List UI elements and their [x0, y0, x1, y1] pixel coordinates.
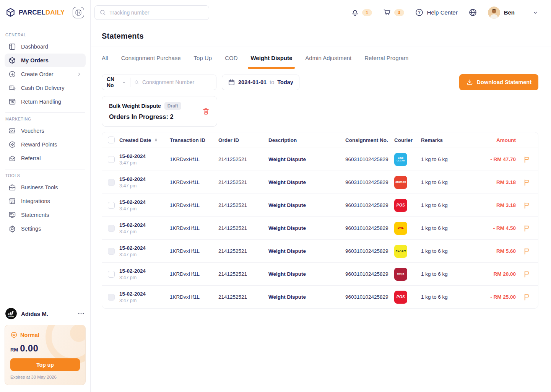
sidebar-item-create-order[interactable]: Create Order	[5, 67, 86, 81]
header-created-date[interactable]: Created Date	[119, 137, 170, 143]
sidebar-item-settings[interactable]: Settings	[5, 222, 86, 236]
brand-name: PARCELDAILY	[19, 9, 65, 16]
nav-section-tools: TOOLS	[5, 173, 85, 178]
sidebar-collapse-button[interactable]	[73, 7, 84, 18]
sidebar-item-return-handling[interactable]: Return Handling	[5, 95, 86, 109]
flag-icon[interactable]	[523, 202, 531, 209]
tracking-search-input[interactable]	[109, 10, 204, 16]
trash-icon[interactable]	[202, 107, 210, 115]
page-header: Statements	[91, 25, 551, 47]
tab-consignment-purchase[interactable]: Consignment Purchase	[115, 47, 187, 69]
tab-admin-adjustment[interactable]: Admin Adjustment	[299, 47, 358, 69]
flag-icon[interactable]	[523, 270, 531, 278]
brand-logo[interactable]: PARCELDAILY	[5, 7, 65, 18]
statement-tabs: All Consignment Purchase Top Up COD Weig…	[91, 47, 551, 69]
adidas-logo-icon: adidas	[5, 308, 17, 319]
select-all-checkbox[interactable]	[108, 137, 115, 143]
header-courier: Courier	[394, 137, 421, 143]
row-checkbox[interactable]	[108, 225, 115, 232]
cn-type-dropdown[interactable]: CN No	[107, 76, 126, 88]
date-range-picker[interactable]: 2024-01-01 to Today	[222, 75, 299, 90]
wallet-expiry: Expires at 30 May 2026	[10, 375, 80, 379]
sidebar-item-business-tools[interactable]: Business Tools	[5, 181, 86, 194]
sidebar-item-integrations[interactable]: Integrations	[5, 194, 86, 208]
search-icon	[134, 79, 139, 85]
order-id-cell: 2141252521	[218, 202, 268, 208]
remarks-cell: 1 kg to 6 kg	[421, 271, 470, 277]
chevron-down-icon	[122, 80, 126, 85]
wallet-card: Normal RM0.00 Top up Expires at 30 May 2…	[5, 325, 86, 385]
sidebar-item-reward-points[interactable]: Reward Points	[5, 138, 86, 151]
remarks-cell: 1 kg to 6 kg	[421, 202, 470, 208]
row-checkbox[interactable]	[108, 202, 115, 209]
merchant-avatar[interactable]: adidas	[5, 308, 17, 319]
header-amount: Amount	[470, 137, 516, 143]
tab-weight-dispute[interactable]: Weight Dispute	[244, 47, 299, 69]
bulk-weight-dispute-card[interactable]: Bulk Weight Dispute Draft Orders In Prog…	[102, 96, 217, 127]
language-button[interactable]	[468, 8, 477, 17]
sidebar-item-cash-on-delivery[interactable]: Cash On Delivery	[5, 81, 86, 95]
tracking-search[interactable]	[94, 5, 209, 20]
collapse-sidebar-icon	[75, 9, 82, 16]
tab-top-up[interactable]: Top Up	[187, 47, 219, 69]
description-cell: Weight Dispute	[268, 271, 306, 277]
notifications-button[interactable]: 1	[351, 8, 372, 17]
tab-all[interactable]: All	[95, 47, 115, 69]
merchant-name: Adidas M.	[21, 311, 73, 317]
user-photo	[488, 7, 500, 19]
header-order-id: Order ID	[218, 137, 268, 143]
row-checkbox[interactable]	[108, 294, 115, 301]
consignment-search-group: CN No	[102, 75, 216, 90]
consignment-number-input[interactable]	[142, 79, 211, 85]
cart-button[interactable]: 3	[383, 8, 404, 17]
reward-star-icon	[8, 141, 16, 148]
help-icon	[415, 8, 424, 17]
created-date-cell: 15-02-2024 3:47 pm	[119, 176, 146, 189]
more-options-icon[interactable]	[77, 310, 85, 317]
courier-logo: LINE CLEAR	[394, 153, 407, 166]
flag-icon[interactable]	[523, 179, 531, 186]
order-id-cell: 2141252521	[218, 271, 268, 277]
transaction-id-cell: 1KRDvxHf1L	[170, 202, 218, 208]
transaction-id-cell: 1KRDvxHf1L	[170, 271, 218, 277]
download-icon	[466, 79, 473, 86]
sidebar-item-referral[interactable]: Referral	[5, 151, 86, 165]
table-row: 15-02-2024 3:47 pm 1KRDvxHf1L 2141252521…	[102, 171, 538, 194]
row-checkbox[interactable]	[108, 156, 115, 163]
table-row: 15-02-2024 3:47 pm 1KRDvxHf1L 2141252521…	[102, 239, 538, 262]
order-id-cell: 2141252521	[218, 179, 268, 185]
courier-logo: DHL	[394, 222, 407, 235]
table-row: 15-02-2024 3:47 pm 1KRDvxHf1L 2141252521…	[102, 216, 538, 239]
box-icon	[8, 57, 16, 64]
top-up-button[interactable]: Top up	[10, 358, 80, 371]
description-cell: Weight Dispute	[268, 225, 306, 231]
sort-icon[interactable]	[153, 137, 159, 143]
user-menu[interactable]: Ben	[488, 7, 538, 19]
created-date-cell: 15-02-2024 3:47 pm	[119, 222, 146, 234]
help-center-button[interactable]: Help Center	[415, 8, 458, 17]
flag-icon[interactable]	[523, 156, 531, 163]
divider	[5, 169, 85, 169]
flag-icon[interactable]	[523, 293, 531, 301]
header-transaction-id: Transaction ID	[170, 137, 218, 143]
row-checkbox[interactable]	[108, 271, 115, 278]
user-avatar	[488, 7, 500, 19]
download-statement-button[interactable]: Download Statement	[459, 74, 538, 90]
chevron-right-icon	[76, 72, 82, 77]
sidebar-item-vouchers[interactable]: Vouchers	[5, 124, 86, 138]
sidebar-item-dashboard[interactable]: Dashboard	[5, 40, 86, 54]
row-checkbox[interactable]	[108, 248, 115, 255]
amount-cell: RM 3.18	[470, 202, 516, 208]
created-date-cell: 15-02-2024 3:47 pm	[119, 245, 146, 257]
description-cell: Weight Dispute	[268, 248, 306, 254]
sidebar-item-statements[interactable]: Statements	[5, 208, 86, 222]
courier-logo: FLASH	[394, 245, 407, 258]
flag-icon[interactable]	[523, 224, 531, 232]
flag-icon[interactable]	[523, 247, 531, 255]
row-checkbox[interactable]	[108, 179, 115, 186]
tab-cod[interactable]: COD	[218, 47, 244, 69]
chevron-down-icon	[532, 10, 538, 16]
sidebar-item-my-orders[interactable]: My Orders	[5, 54, 86, 67]
tab-referral-program[interactable]: Referral Program	[358, 47, 415, 69]
consignment-no-cell: 960310102425829	[345, 179, 394, 185]
